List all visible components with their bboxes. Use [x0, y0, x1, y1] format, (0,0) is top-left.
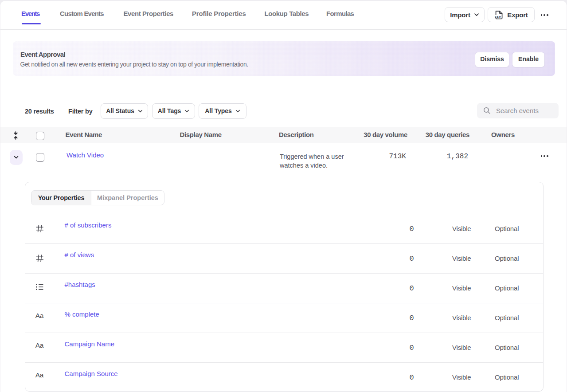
svg-text:csv: csv: [495, 14, 501, 18]
